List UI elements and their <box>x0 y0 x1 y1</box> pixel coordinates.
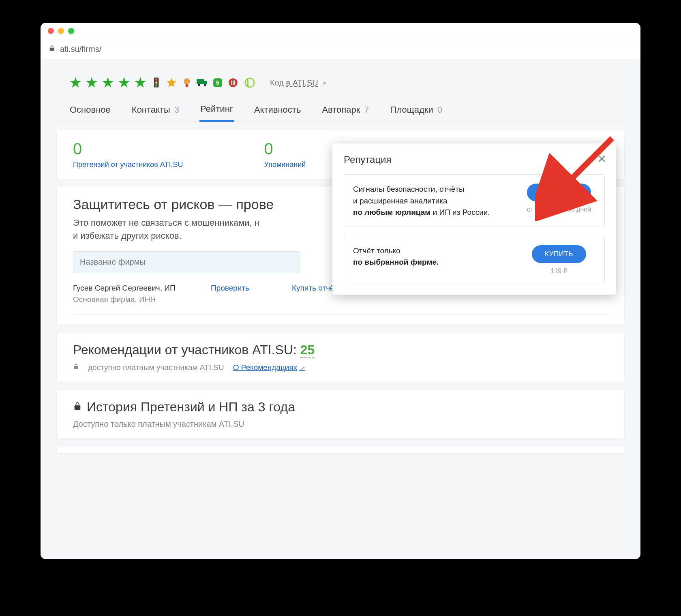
firm-sub: Основная фирма, ИНН <box>73 295 195 304</box>
popover-title: Репутация <box>344 154 605 165</box>
risks-desc-line2: и избежать других рисков. <box>73 231 182 241</box>
tab-рейтинг[interactable]: Рейтинг <box>199 98 234 122</box>
svg-point-1 <box>184 78 190 84</box>
history-card: История Претензий и НП за 3 года Доступн… <box>57 390 624 438</box>
external-link-icon: ↗ <box>299 365 305 371</box>
tab-контакты[interactable]: Контакты3 <box>131 98 180 122</box>
svg-rect-2 <box>186 84 188 87</box>
plan-full: Сигналы безопасности, отчёты и расширенн… <box>344 174 605 227</box>
svg-marker-0 <box>167 78 176 87</box>
external-link-icon: ↗ <box>320 80 326 87</box>
window-maximize-button[interactable] <box>68 28 74 34</box>
svg-point-6 <box>204 84 206 86</box>
risks-desc-line1: Это поможет не связаться с мошенниками, … <box>73 218 259 228</box>
window-minimize-button[interactable] <box>58 28 64 34</box>
plan-single: Отчёт только по выбранной фирме. КУПИТЬ … <box>344 236 605 283</box>
reputation-popover: Репутация ✕ Сигналы безопасности, отчёты… <box>332 143 616 295</box>
firm-name: Гусев Сергей Сергеевич, ИП <box>73 284 195 293</box>
buy-button[interactable]: КУПИТЬ <box>532 245 586 263</box>
star-icon: ★ <box>118 75 131 90</box>
lock-icon <box>73 363 79 372</box>
star-icon: ★ <box>101 75 114 90</box>
history-title: История Претензий и НП за 3 года <box>87 400 295 415</box>
plan-full-price: от 1 199 ₽ за 30 дней <box>523 205 595 213</box>
recs-count[interactable]: 25 <box>300 342 315 358</box>
url-text: ati.su/firms/ <box>60 45 101 54</box>
browser-window: ati.su/firms/ ★ ★ ★ ★ ★ 🚦 <box>41 23 640 559</box>
tab-label: Основное <box>70 105 111 115</box>
medal-icon <box>181 77 193 89</box>
star-icon: ★ <box>134 75 147 90</box>
tab-count: 7 <box>364 105 369 115</box>
lock-icon <box>49 45 55 53</box>
stat-mentions: 0 Упоминаний <box>264 140 306 169</box>
recommendations-card: Рекомендации от участников ATI.SU: 25 до… <box>57 333 624 382</box>
tab-label: Активность <box>254 105 301 115</box>
page-body: ★ ★ ★ ★ ★ 🚦 5 <box>41 59 640 559</box>
tab-активность[interactable]: Активность <box>253 98 302 122</box>
svg-rect-12 <box>233 81 233 85</box>
window-titlebar <box>41 23 640 39</box>
star-badge-icon <box>165 77 178 89</box>
rating-row: ★ ★ ★ ★ ★ 🚦 5 <box>57 59 624 98</box>
stat-claims-label[interactable]: Претензий от участников ATI.SU <box>73 160 183 169</box>
recs-paid-only: доступно платным участникам ATI.SU <box>88 363 224 372</box>
tab-основное[interactable]: Основное <box>69 98 111 122</box>
code-link: Код в ATI.SU ↗ <box>270 78 326 88</box>
svg-point-5 <box>198 84 200 86</box>
buy-report-link[interactable]: Купить отчёт <box>292 284 338 292</box>
stat-mentions-label[interactable]: Упоминаний <box>264 160 306 169</box>
tab-count: 3 <box>174 105 179 115</box>
pay-button[interactable]: ОПЛАТИТЬ <box>527 184 591 201</box>
traffic-light-icon: 🚦 <box>150 77 162 89</box>
tabs: ОсновноеКонтакты3РейтингАктивностьАвтопа… <box>57 98 624 122</box>
recs-title: Рекомендации от участников ATI.SU: 25 <box>73 342 608 357</box>
tab-label: Рейтинг <box>200 104 233 114</box>
star-icon: ★ <box>85 75 98 90</box>
doc-badge-icon <box>242 77 255 89</box>
star-icon: ★ <box>69 75 82 90</box>
next-card-sliver <box>57 447 624 453</box>
svg-text:5: 5 <box>216 79 219 86</box>
history-sub: Доступно только платным участникам ATI.S… <box>73 419 608 429</box>
tab-площадки[interactable]: Площадки0 <box>390 98 443 122</box>
svg-point-13 <box>245 78 254 87</box>
about-recs-link[interactable]: О Рекомендациях ↗ <box>233 363 306 372</box>
shield-icon <box>227 77 239 89</box>
window-close-button[interactable] <box>48 28 54 34</box>
check-link[interactable]: Проверить <box>211 284 249 292</box>
stat-claims-value: 0 <box>73 140 183 158</box>
tab-автопарк[interactable]: Автопарк7 <box>321 98 370 122</box>
svg-rect-3 <box>197 79 204 84</box>
plan-single-price: 119 ₽ <box>523 267 595 275</box>
five-badge-icon: 5 <box>212 77 224 89</box>
tab-label: Контакты <box>132 105 170 115</box>
svg-rect-11 <box>234 81 235 85</box>
tab-count: 0 <box>437 105 442 115</box>
stat-mentions-value: 0 <box>264 140 306 158</box>
firm-name-input[interactable]: Название фирмы <box>73 251 300 273</box>
tab-label: Площадки <box>390 105 433 115</box>
stat-claims: 0 Претензий от участников ATI.SU <box>73 140 183 169</box>
tab-label: Автопарк <box>322 105 360 115</box>
svg-rect-10 <box>231 81 232 85</box>
lock-icon <box>73 402 82 413</box>
svg-rect-4 <box>204 81 207 84</box>
url-bar[interactable]: ati.su/firms/ <box>41 39 640 59</box>
close-icon[interactable]: ✕ <box>597 152 606 166</box>
truck-icon <box>196 77 208 89</box>
ati-code-link[interactable]: в ATI.SU <box>286 78 318 87</box>
